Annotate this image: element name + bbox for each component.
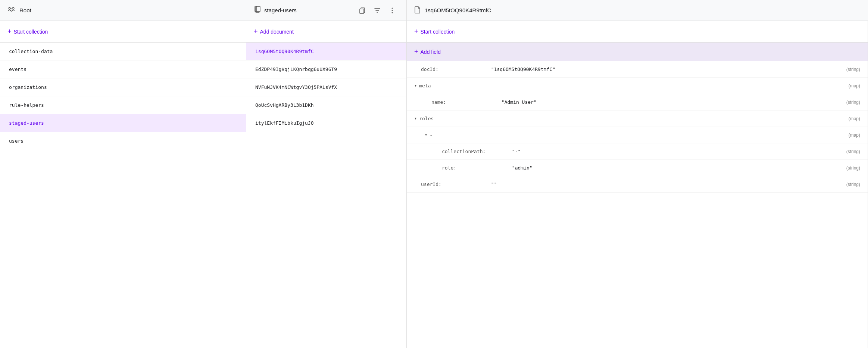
plus-icon-mid: + <box>254 28 258 35</box>
field-type-6: (string) <box>846 165 860 171</box>
field-key-1: meta <box>419 83 486 88</box>
field-row-7: userId: ""(string) <box>407 176 868 193</box>
document-icon <box>414 6 421 15</box>
collection-item-staged-users[interactable]: staged-users <box>0 114 246 132</box>
collection-item-rule-helpers[interactable]: rule-helpers <box>0 96 246 114</box>
field-key-2: name: <box>431 99 499 105</box>
document-item-QoUcSvHgARBy3L3b1DKh[interactable]: QoUcSvHgARBy3L3b1DKh <box>246 96 406 114</box>
add-document-label: Add document <box>260 29 294 35</box>
svg-point-6 <box>392 12 393 13</box>
field-value-0: "1sq6OM5tOQ90K4R9tmfC" <box>488 66 846 72</box>
field-row-0: docId: "1sq6OM5tOQ90K4R9tmfC"(string) <box>407 61 868 78</box>
svg-rect-3 <box>360 9 364 13</box>
plus-icon-right: + <box>414 28 418 35</box>
add-field-row: + Add field <box>407 43 868 61</box>
field-type-1: (map) <box>849 83 860 88</box>
collections-list: collection-dataeventsorganizationsrule-h… <box>0 43 246 150</box>
collection-item-collection-data[interactable]: collection-data <box>0 43 246 60</box>
field-key-7: userId: <box>421 181 488 187</box>
document-item-EdZDP49IgVqjLKQnrbqg6uUX96T9[interactable]: EdZDP49IgVqjLKQnrbqg6uUX96T9 <box>246 60 406 78</box>
collection-item-events[interactable]: events <box>0 60 246 78</box>
documents-panel: + Add document 1sq6OM5tOQ90K4R9tmfCEdZDP… <box>246 21 407 348</box>
plus-icon-field: + <box>414 48 418 56</box>
plus-icon: + <box>7 28 12 35</box>
field-key-4: - <box>430 132 497 138</box>
documents-list: 1sq6OM5tOQ90K4R9tmfCEdZDP49IgVqjLKQnrbqg… <box>246 43 406 132</box>
field-type-7: (string) <box>846 182 860 187</box>
field-value-7: "" <box>488 181 846 187</box>
svg-rect-2 <box>256 6 260 12</box>
field-type-2: (string) <box>846 100 860 105</box>
right-start-collection-button[interactable]: + Start collection <box>414 28 455 35</box>
field-row-6: role: "admin"(string) <box>407 160 868 176</box>
field-type-5: (string) <box>846 149 860 154</box>
field-row-3: roles(map) <box>407 111 868 127</box>
add-field-button[interactable]: + Add field <box>414 48 441 56</box>
field-key-6: role: <box>442 165 509 171</box>
chevron-icon-3 <box>414 116 417 121</box>
field-type-3: (map) <box>849 116 860 121</box>
document-item-NVFuNJVK4mNCWtgvY3Oj5PALsVfX[interactable]: NVFuNJVK4mNCWtgvY3Oj5PALsVfX <box>246 78 406 96</box>
field-value-5: "-" <box>509 149 846 154</box>
field-key-5: collectionPath: <box>442 149 509 154</box>
chevron-icon-4 <box>425 132 427 138</box>
document-title: 1sq6OM5tOQ90K4R9tmfC <box>425 7 491 13</box>
svg-point-4 <box>392 7 393 9</box>
left-header-panel: Root <box>0 0 246 21</box>
copy-button[interactable] <box>356 4 369 17</box>
fields-list: docId: "1sq6OM5tOQ90K4R9tmfC"(string)met… <box>407 61 868 193</box>
field-row-2: name: "Admin User"(string) <box>407 94 868 111</box>
chevron-icon-1 <box>414 83 417 88</box>
field-value-2: "Admin User" <box>499 99 846 105</box>
collection-icon <box>254 6 261 15</box>
field-type-4: (map) <box>849 133 860 138</box>
collection-item-organizations[interactable]: organizations <box>0 78 246 96</box>
field-row-1: meta(map) <box>407 78 868 94</box>
field-row-5: collectionPath: "-"(string) <box>407 143 868 160</box>
mid-header-actions <box>356 4 399 17</box>
field-type-0: (string) <box>846 67 860 72</box>
collections-panel: + Start collection collection-dataevents… <box>0 21 246 348</box>
field-value-6: "admin" <box>509 165 846 171</box>
filter-button[interactable] <box>371 4 384 17</box>
fields-panel: + Start collection + Add field docId: "1… <box>407 21 868 348</box>
start-collection-button[interactable]: + Start collection <box>7 28 48 35</box>
right-start-collection-label: Start collection <box>421 29 455 35</box>
field-key-3: roles <box>419 116 486 121</box>
root-icon <box>7 5 16 16</box>
right-start-collection-row: + Start collection <box>407 21 868 43</box>
staged-users-title: staged-users <box>264 7 297 13</box>
root-title: Root <box>19 7 31 13</box>
collection-item-users[interactable]: users <box>0 132 246 150</box>
add-field-label: Add field <box>421 49 441 55</box>
right-header-panel: 1sq6OM5tOQ90K4R9tmfC <box>407 0 868 21</box>
add-document-row: + Add document <box>246 21 406 43</box>
more-button[interactable] <box>385 4 399 17</box>
document-item-itylEkfFIMibkuIgjuJ0[interactable]: itylEkfFIMibkuIgjuJ0 <box>246 114 406 132</box>
start-collection-row: + Start collection <box>0 21 246 43</box>
add-document-button[interactable]: + Add document <box>254 28 294 35</box>
document-item-1sq6OM5tOQ90K4R9tmfC[interactable]: 1sq6OM5tOQ90K4R9tmfC <box>246 43 406 60</box>
start-collection-label: Start collection <box>14 29 48 35</box>
svg-point-5 <box>392 10 393 11</box>
mid-header-panel: staged-users <box>246 0 407 21</box>
field-key-0: docId: <box>421 66 488 72</box>
field-row-4: -(map) <box>407 127 868 143</box>
